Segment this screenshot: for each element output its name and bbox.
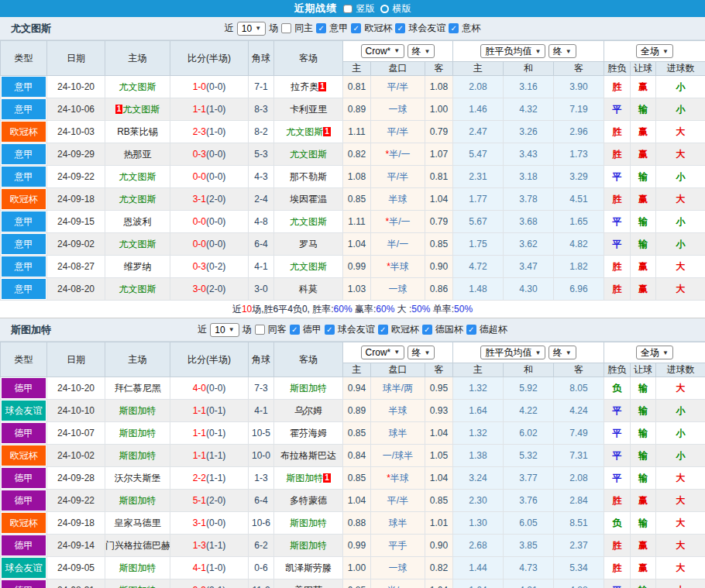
team-name[interactable]: 1尤文图斯 [115,104,160,115]
team-name[interactable]: 皇家马德里 [115,518,161,528]
table-row: 意甲24-10-061尤文图斯1-1(1-0)8-3卡利亚里0.89一球1.00… [1,98,705,121]
cell-odds-line: 一球 [371,557,425,579]
cell-mean-home: 1.46 [453,98,504,121]
scope-select[interactable]: 全场▼ [636,346,673,359]
mean-select[interactable]: 胜平负均值▼ [480,44,545,58]
same-away-checkbox[interactable] [255,325,265,335]
team-name[interactable]: 尤文图斯 [290,261,327,272]
team-name[interactable]: 卡利亚里 [290,104,327,115]
team-name[interactable]: 那不勒斯 [290,171,327,182]
team-name[interactable]: 斯图加特 [119,428,156,438]
recent-results-page: 近期战绩 竖版 横版 尤文图斯 近 10▼ 场 同主 意甲 欧冠杯 球会友谊 意… [0,0,705,588]
team-name[interactable]: 科莫 [299,284,318,294]
team-name[interactable]: 尤文图斯 [119,239,156,249]
radio-unselected-icon[interactable] [380,5,389,13]
cell-date: 24-10-02 [47,445,105,467]
cell-goals: 小 [656,233,705,256]
league-checkbox[interactable] [378,325,388,335]
cell-goals: 大 [656,377,705,400]
team-name[interactable]: 美因茨 [294,585,322,588]
team-name[interactable]: 尤文图斯 [119,171,156,182]
league-checkbox[interactable] [351,23,361,33]
final-select[interactable]: 终▼ [408,346,435,359]
focus-team-name: 斯图加特 [286,473,323,483]
team-name[interactable]: 罗马 [299,239,318,249]
league-checkbox[interactable] [325,325,335,335]
team-name[interactable]: 斯图加特 [119,405,156,416]
halftime-score: (0-0) [206,216,225,227]
team-name[interactable]: 斯图加特 [290,540,327,551]
team-name[interactable]: 尤文图斯 [119,284,156,294]
cell-odds-away: 1.04 [425,579,453,588]
cell-date: 24-10-20 [47,377,105,400]
mean-select[interactable]: 胜平负均值▼ [480,346,545,359]
team-name[interactable]: 维罗纳 [124,261,152,272]
team-name[interactable]: 斯图加特 [119,562,156,573]
team-name[interactable]: 斯图加特 [119,585,156,588]
team-name-text: 热那亚 [124,149,152,160]
chevron-down-icon: ▼ [535,349,541,356]
col-handicap: 让球 [631,62,656,76]
cell-result: 平 [604,579,631,588]
near-count-select[interactable]: 10▼ [210,323,239,337]
team-name[interactable]: 乌尔姆 [294,405,322,416]
team-name[interactable]: 尤文图斯 [290,149,327,160]
cell-goals: 大 [656,490,705,512]
league-checkbox[interactable] [395,23,405,33]
team-name[interactable]: 埃因霍温 [290,194,327,205]
team-name[interactable]: 霍芬海姆 [290,428,327,438]
league-checkbox[interactable] [449,23,459,33]
team-name[interactable]: 斯图加特 [290,518,327,528]
cell-away: 布拉格斯巴达 [274,445,343,467]
team-name[interactable]: 恩波利 [124,216,152,227]
league-checkbox[interactable] [422,325,432,335]
team-name[interactable]: 尤文图斯 [290,216,327,227]
cell-mean-away: 7.31 [554,445,604,467]
team-name[interactable]: 斯图加特 [290,383,327,394]
league-checkbox[interactable] [290,325,300,335]
fulltime-score: 3-1 [193,518,206,528]
team-name[interactable]: 尤文图斯 [119,194,156,205]
cell-handicap: 赢 [631,256,656,278]
team-name[interactable]: RB莱比锡 [117,126,158,137]
line-text: 一球 [389,104,408,115]
team-name[interactable]: 沃尔夫斯堡 [115,473,161,483]
radio-horizontal[interactable]: 横版 [380,2,411,15]
final-select[interactable]: 终▼ [549,346,576,359]
league-checkbox[interactable] [316,23,326,33]
team-name[interactable]: 门兴格拉德巴赫 [105,540,170,551]
team-name[interactable]: 多特蒙德 [290,495,327,506]
team-name[interactable]: 斯图加特 [119,495,156,506]
team-name[interactable]: 尤文图斯 [119,81,156,92]
near-label: 近 [225,22,234,35]
bookmaker-select[interactable]: Crow*▼ [361,346,405,359]
team-name[interactable]: 热那亚 [124,149,152,160]
cell-date: 24-10-10 [47,400,105,422]
team-name[interactable]: 凯泽斯劳滕 [285,562,332,573]
team-name[interactable]: 尤文图斯1 [286,126,331,137]
cell-corner: 5-3 [249,143,274,166]
final-select[interactable]: 终▼ [549,44,576,58]
scope-select[interactable]: 全场▼ [636,44,673,58]
team-name[interactable]: 斯图加特 [119,450,156,461]
league-checkbox-label: 欧冠杯 [364,22,392,35]
halftime-score: (1-1) [206,473,225,483]
line-text: 半球 [389,405,408,416]
team-name[interactable]: 拉齐奥1 [291,81,326,92]
col-mean-away: 客 [554,363,604,377]
final-select[interactable]: 终▼ [408,44,435,58]
league-checkbox[interactable] [466,325,476,335]
focus-team-name: 斯图加特 [119,562,156,573]
cell-odds-line: *半/一 [371,211,425,233]
radio-vertical[interactable]: 竖版 [343,2,375,15]
near-count-select[interactable]: 10▼ [237,22,266,36]
team-name[interactable]: 拜仁慕尼黑 [115,383,161,394]
chevron-down-icon: ▼ [662,349,669,356]
radio-selected-icon[interactable] [343,5,352,13]
same-home-checkbox[interactable] [281,23,291,33]
team-name[interactable]: 布拉格斯巴达 [280,450,336,461]
team-name[interactable]: 斯图加特1 [286,473,331,483]
cell-odds-home: 0.94 [343,377,371,400]
bookmaker-select[interactable]: Crow*▼ [361,44,405,58]
odds-controls: Crow*▼ 终▼ [343,41,453,62]
